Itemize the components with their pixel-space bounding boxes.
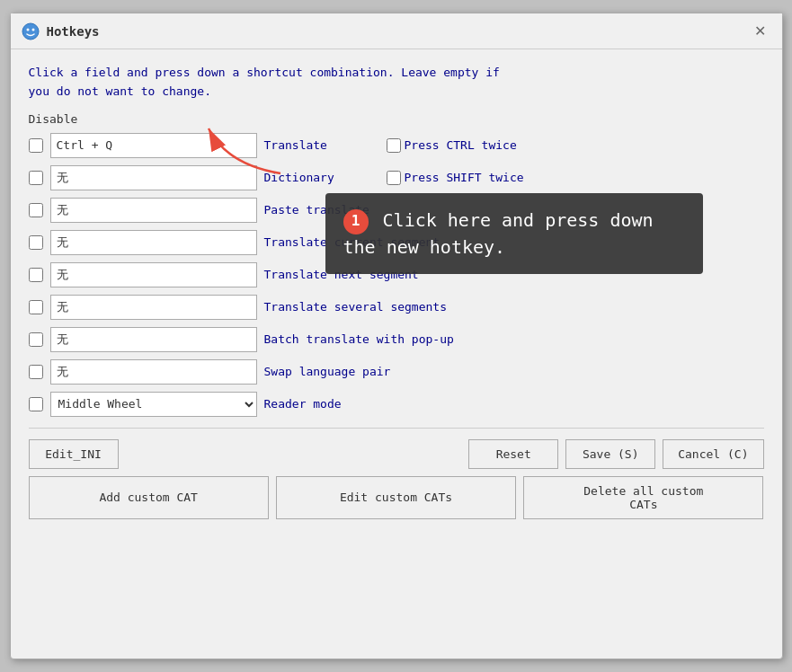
edit-custom-cats-button[interactable]: Edit custom CATs — [276, 476, 516, 519]
svg-point-1 — [26, 28, 29, 31]
app-icon — [22, 22, 40, 40]
tooltip-text: Click here and press down the new hotkey… — [343, 209, 654, 258]
hotkey-input-dictionary[interactable] — [50, 165, 257, 190]
hotkey-disable-checkbox-translate-current[interactable] — [29, 235, 43, 250]
hotkey-disable-checkbox-translate[interactable] — [29, 138, 43, 153]
hotkey-input-translate-next[interactable] — [50, 262, 257, 287]
hotkey-label-swap-language: Swap language pair — [264, 365, 391, 378]
hotkey-input-batch-translate[interactable] — [50, 327, 257, 352]
title-bar-left: Hotkeys — [22, 22, 100, 40]
hotkey-rows-container: TranslatePress CTRL twiceDictionaryPress… — [29, 133, 764, 417]
hotkey-disable-checkbox-paste-translate[interactable] — [29, 203, 43, 217]
extra-check-group-dictionary: Press SHIFT twice — [387, 171, 524, 185]
bottom-buttons-row2: Add custom CAT Edit custom CATs Delete a… — [29, 476, 764, 519]
hotkey-disable-checkbox-swap-language[interactable] — [29, 365, 43, 379]
hotkey-label-dictionary: Dictionary — [264, 171, 372, 184]
svg-point-2 — [31, 28, 34, 31]
title-bar: Hotkeys ✕ — [11, 13, 782, 49]
hotkey-label-translate: Translate — [264, 138, 372, 152]
hotkey-disable-checkbox-translate-next[interactable] — [29, 268, 43, 282]
reset-button[interactable]: Reset — [468, 439, 558, 469]
close-button[interactable]: ✕ — [749, 21, 771, 41]
save-button[interactable]: Save (S) — [565, 439, 655, 469]
hotkey-disable-checkbox-translate-several[interactable] — [29, 300, 43, 314]
hotkey-label-translate-several: Translate several segments — [264, 300, 448, 314]
cancel-button[interactable]: Cancel (C) — [663, 439, 763, 469]
hotkey-disable-checkbox-dictionary[interactable] — [29, 171, 43, 185]
extra-check-translate[interactable] — [387, 138, 401, 153]
extra-check-dictionary[interactable] — [387, 171, 401, 185]
hotkey-select-reader-mode[interactable]: Middle WheelNoneCtrl+Wheel — [50, 392, 257, 417]
tooltip: 1 Click here and press down the new hotk… — [325, 193, 703, 274]
hotkey-input-translate[interactable] — [50, 133, 257, 158]
hotkey-row-dictionary: DictionaryPress SHIFT twice — [29, 165, 764, 190]
svg-point-0 — [22, 23, 39, 40]
hotkey-row-batch-translate: Batch translate with pop-up — [29, 327, 764, 352]
disable-label: Disable — [29, 112, 764, 126]
description-text: Click a field and press down a shortcut … — [29, 64, 764, 102]
hotkey-input-translate-several[interactable] — [50, 295, 257, 320]
hotkey-label-reader-mode: Reader mode — [264, 397, 372, 411]
delete-all-custom-cats-button[interactable]: Delete all custom CATs — [523, 476, 763, 519]
tooltip-badge: 1 — [343, 209, 369, 234]
extra-check-group-translate: Press CTRL twice — [387, 138, 517, 153]
content-area: Click a field and press down a shortcut … — [11, 49, 782, 534]
extra-check-label-translate: Press CTRL twice — [405, 138, 517, 152]
hotkey-disable-checkbox-batch-translate[interactable] — [29, 332, 43, 347]
hotkey-disable-checkbox-reader-mode[interactable] — [29, 397, 43, 411]
bottom-buttons-row1: Edit_INI Reset Save (S) Cancel (C) — [29, 439, 764, 469]
edit-ini-button[interactable]: Edit_INI — [29, 439, 119, 469]
hotkey-row-translate-several: Translate several segments — [29, 295, 764, 320]
hotkey-label-batch-translate: Batch translate with pop-up — [264, 332, 454, 346]
add-custom-cat-button[interactable]: Add custom CAT — [29, 476, 269, 519]
hotkey-input-paste-translate[interactable] — [50, 198, 257, 223]
hotkey-input-translate-current[interactable] — [50, 230, 257, 255]
divider — [29, 428, 764, 429]
hotkey-input-swap-language[interactable] — [50, 359, 257, 385]
extra-check-label-dictionary: Press SHIFT twice — [405, 171, 524, 184]
hotkey-row-reader-mode: Middle WheelNoneCtrl+WheelReader mode — [29, 392, 764, 417]
hotkey-row-swap-language: Swap language pair — [29, 359, 764, 385]
hotkeys-window: Hotkeys ✕ Click a field and press down a… — [10, 13, 783, 659]
hotkey-row-translate: TranslatePress CTRL twice — [29, 133, 764, 158]
right-buttons-row1: Reset Save (S) Cancel (C) — [468, 439, 763, 469]
window-title: Hotkeys — [47, 24, 100, 39]
